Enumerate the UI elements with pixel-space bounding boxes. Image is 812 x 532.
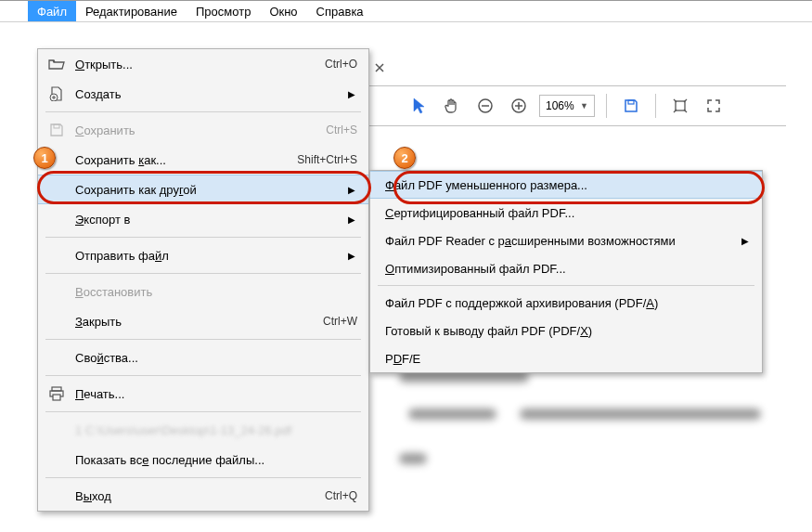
submenu-arrow-icon: ▶	[740, 236, 751, 246]
menu-item-create[interactable]: Создать ▶	[38, 79, 368, 109]
zoom-level-select[interactable]: 106% ▼	[539, 95, 595, 117]
menu-separator	[45, 477, 361, 478]
save-icon	[45, 123, 68, 137]
fit-width-icon[interactable]	[667, 93, 693, 119]
menu-label: Показать все последние файлы...	[68, 453, 357, 467]
document-new-icon	[45, 86, 68, 101]
menu-label: Файл PDF Reader с расширенными возможнос…	[385, 234, 740, 248]
menu-shortcut: Ctrl+Q	[325, 489, 357, 502]
print-icon	[45, 386, 68, 401]
menu-separator	[45, 339, 361, 340]
menu-item-show-recent[interactable]: Показать все последние файлы...	[38, 445, 368, 474]
menu-label: Закрыть	[68, 315, 323, 329]
submenu-item-optimized-pdf[interactable]: Оптимизированный файл PDF...	[370, 254, 762, 282]
menu-label: Создать	[68, 87, 346, 101]
submenu-item-reader-extended[interactable]: Файл PDF Reader с расширенными возможнос…	[370, 227, 762, 254]
submenu-arrow-icon: ▶	[346, 214, 357, 225]
folder-open-icon	[45, 58, 68, 71]
svg-rect-8	[53, 395, 60, 400]
menu-item-send-file[interactable]: Отправить файл ▶	[38, 240, 368, 270]
menu-label: Сохранить	[68, 123, 326, 137]
submenu-item-pdfe[interactable]: PDF/E	[370, 344, 762, 372]
menu-window[interactable]: Окно	[260, 1, 306, 21]
zoom-value: 106%	[546, 99, 574, 112]
save-icon[interactable]	[618, 93, 644, 119]
menu-item-revert: Восстановить	[38, 277, 368, 306]
submenu-item-pdfx[interactable]: Готовый к выводу файл PDF (PDF/X)	[370, 317, 762, 344]
tab-strip	[368, 54, 391, 82]
menu-item-print[interactable]: Печать...	[38, 379, 368, 409]
menu-label: Печать...	[68, 387, 357, 401]
svg-rect-6	[52, 387, 61, 391]
menu-file[interactable]: Файл	[28, 1, 76, 21]
menu-label: Экспорт в	[68, 213, 346, 227]
menu-label: Восстановить	[68, 285, 357, 299]
svg-rect-3	[676, 101, 685, 110]
menu-help[interactable]: Справка	[307, 1, 373, 21]
file-menu-dropdown: Открыть... Ctrl+O Создать ▶ Сохранить Ct…	[37, 48, 369, 512]
submenu-item-pdfa[interactable]: Файл PDF с поддержкой архивирования (PDF…	[370, 289, 762, 317]
menu-label: Сертифицированный файл PDF...	[385, 206, 751, 220]
menu-view[interactable]: Просмотр	[187, 1, 260, 21]
menu-separator	[45, 273, 361, 274]
menu-shortcut: Ctrl+S	[326, 123, 357, 136]
menu-item-properties[interactable]: Свойства...	[38, 343, 368, 372]
submenu-arrow-icon: ▶	[346, 251, 357, 261]
annotation-badge-1: 1	[33, 147, 56, 169]
menu-separator	[45, 111, 361, 112]
menu-label: Оптимизированный файл PDF...	[385, 262, 751, 276]
submenu-arrow-icon: ▶	[346, 89, 357, 99]
annotation-highlight-1	[37, 171, 371, 204]
menu-label: PDF/E	[385, 352, 751, 366]
menu-item-save: Сохранить Ctrl+S	[38, 115, 368, 145]
menu-separator	[45, 411, 361, 412]
toolbar-separator	[606, 94, 607, 118]
menu-shortcut: Shift+Ctrl+S	[297, 153, 357, 166]
toolbar: 106% ▼	[368, 85, 786, 126]
menu-label: Готовый к выводу файл PDF (PDF/X)	[385, 324, 751, 338]
annotation-badge-2: 2	[393, 147, 416, 169]
fullscreen-icon[interactable]	[701, 93, 727, 119]
menubar: Файл Редактирование Просмотр Окно Справк…	[0, 0, 812, 22]
menu-item-open[interactable]: Открыть... Ctrl+O	[38, 49, 368, 79]
toolbar-separator	[655, 94, 656, 118]
menu-shortcut: Ctrl+O	[325, 58, 357, 71]
select-tool-icon[interactable]	[406, 93, 432, 119]
menu-label: Файл PDF с поддержкой архивирования (PDF…	[385, 296, 751, 310]
hand-tool-icon[interactable]	[439, 93, 465, 119]
menu-shortcut: Ctrl+W	[323, 315, 357, 328]
chevron-down-icon: ▼	[580, 101, 588, 110]
menu-label: Сохранить как...	[68, 153, 297, 167]
menu-label: 1 C:\Users\user\Desktop\1-13_24-26.pdf	[68, 423, 357, 437]
menu-label: Свойства...	[68, 351, 357, 365]
zoom-out-button[interactable]	[472, 93, 498, 119]
tab-close-button[interactable]	[368, 57, 391, 79]
menu-separator	[45, 375, 361, 376]
annotation-highlight-2	[393, 171, 765, 204]
zoom-in-button[interactable]	[506, 93, 532, 119]
menu-item-close[interactable]: Закрыть Ctrl+W	[38, 306, 368, 336]
menu-item-recent-file: 1 C:\Users\user\Desktop\1-13_24-26.pdf	[38, 415, 368, 445]
menu-item-exit[interactable]: Выход Ctrl+Q	[38, 481, 368, 511]
menu-label: Открыть...	[68, 58, 325, 71]
svg-rect-2	[628, 100, 634, 104]
menu-label: Отправить файл	[68, 249, 346, 263]
menu-separator	[378, 285, 754, 286]
menu-item-export[interactable]: Экспорт в ▶	[38, 204, 368, 234]
menu-edit[interactable]: Редактирование	[76, 1, 187, 21]
menu-label: Выход	[68, 489, 325, 503]
menu-separator	[45, 237, 361, 238]
